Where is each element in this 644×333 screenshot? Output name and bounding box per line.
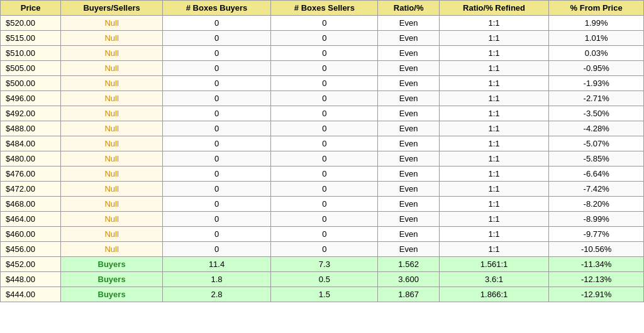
table-row: $456.00Null00Even1:1-10.56% xyxy=(1,242,644,257)
cell-boxes-sellers: 7.3 xyxy=(271,257,378,272)
cell-ratio-refined: 1:1 xyxy=(439,61,549,76)
cell-boxes-sellers: 0.5 xyxy=(271,272,378,287)
cell-ratio: Even xyxy=(378,121,439,136)
cell-boxes-buyers: 0 xyxy=(162,136,270,151)
cell-price: $452.00 xyxy=(1,257,61,272)
cell-price: $444.00 xyxy=(1,287,61,302)
table-row: $476.00Null00Even1:1-6.64% xyxy=(1,166,644,182)
cell-ratio-refined: 1:1 xyxy=(439,227,549,242)
cell-boxes-buyers: 0 xyxy=(162,31,270,46)
cell-boxes-sellers: 0 xyxy=(271,91,378,106)
cell-from-price: -8.20% xyxy=(549,197,644,212)
cell-ratio: Even xyxy=(378,151,439,166)
cell-price: $472.00 xyxy=(1,182,61,197)
cell-ratio: Even xyxy=(378,76,439,91)
cell-ratio: 3.600 xyxy=(378,272,439,287)
table-row: $505.00Null00Even1:1-0.95% xyxy=(1,61,644,76)
table-row: $464.00Null00Even1:1-8.99% xyxy=(1,212,644,227)
cell-price: $488.00 xyxy=(1,121,61,136)
cell-boxes-sellers: 0 xyxy=(271,136,378,151)
table-row: $496.00Null00Even1:1-2.71% xyxy=(1,91,644,106)
cell-price: $515.00 xyxy=(1,31,61,46)
cell-ratio: Even xyxy=(378,16,439,31)
cell-from-price: -2.71% xyxy=(549,91,644,106)
table-row: $520.00Null00Even1:11.99% xyxy=(1,16,644,31)
cell-boxes-buyers: 0 xyxy=(162,61,270,76)
cell-price: $520.00 xyxy=(1,16,61,31)
table-row: $500.00Null00Even1:1-1.93% xyxy=(1,76,644,91)
table-row: $510.00Null00Even1:10.03% xyxy=(1,46,644,61)
cell-buyers-sellers: Null xyxy=(61,166,163,182)
cell-boxes-buyers: 0 xyxy=(162,76,270,91)
table-row: $515.00Null00Even1:11.01% xyxy=(1,31,644,46)
cell-buyers-sellers: Null xyxy=(61,212,163,227)
cell-from-price: -12.13% xyxy=(549,272,644,287)
cell-buyers-sellers: Null xyxy=(61,91,163,106)
cell-buyers-sellers: Null xyxy=(61,31,163,46)
cell-from-price: -5.85% xyxy=(549,151,644,166)
cell-boxes-sellers: 0 xyxy=(271,121,378,136)
cell-ratio-refined: 1:1 xyxy=(439,166,549,182)
cell-boxes-buyers: 1.8 xyxy=(162,272,270,287)
cell-boxes-buyers: 2.8 xyxy=(162,287,270,302)
cell-boxes-sellers: 1.5 xyxy=(271,287,378,302)
cell-boxes-sellers: 0 xyxy=(271,212,378,227)
cell-boxes-sellers: 0 xyxy=(271,16,378,31)
cell-ratio-refined: 1:1 xyxy=(439,76,549,91)
cell-from-price: -4.28% xyxy=(549,121,644,136)
cell-from-price: -12.91% xyxy=(549,287,644,302)
cell-ratio: Even xyxy=(378,136,439,151)
table-row: $444.00Buyers2.81.51.8671.866:1-12.91% xyxy=(1,287,644,302)
cell-ratio: Even xyxy=(378,46,439,61)
cell-boxes-buyers: 0 xyxy=(162,182,270,197)
cell-from-price: 0.03% xyxy=(549,46,644,61)
cell-from-price: -0.95% xyxy=(549,61,644,76)
cell-boxes-sellers: 0 xyxy=(271,227,378,242)
cell-boxes-buyers: 0 xyxy=(162,16,270,31)
cell-price: $484.00 xyxy=(1,136,61,151)
cell-from-price: -11.34% xyxy=(549,257,644,272)
table-row: $492.00Null00Even1:1-3.50% xyxy=(1,106,644,121)
price-table: Price Buyers/Sellers # Boxes Buyers # Bo… xyxy=(0,0,644,302)
cell-ratio-refined: 3.6:1 xyxy=(439,272,549,287)
cell-from-price: -3.50% xyxy=(549,106,644,121)
table-row: $472.00Null00Even1:1-7.42% xyxy=(1,182,644,197)
cell-buyers-sellers: Null xyxy=(61,76,163,91)
cell-ratio: Even xyxy=(378,106,439,121)
table-row: $452.00Buyers11.47.31.5621.561:1-11.34% xyxy=(1,257,644,272)
cell-boxes-sellers: 0 xyxy=(271,76,378,91)
cell-buyers-sellers: Buyers xyxy=(61,272,163,287)
col-header-from-price: % From Price xyxy=(549,1,644,16)
cell-boxes-buyers: 0 xyxy=(162,227,270,242)
cell-ratio: Even xyxy=(378,31,439,46)
cell-buyers-sellers: Null xyxy=(61,106,163,121)
cell-buyers-sellers: Null xyxy=(61,16,163,31)
cell-ratio-refined: 1:1 xyxy=(439,106,549,121)
cell-price: $496.00 xyxy=(1,91,61,106)
cell-ratio-refined: 1:1 xyxy=(439,197,549,212)
cell-price: $476.00 xyxy=(1,166,61,182)
cell-boxes-buyers: 0 xyxy=(162,151,270,166)
cell-boxes-sellers: 0 xyxy=(271,151,378,166)
col-header-ratio-refined: Ratio/% Refined xyxy=(439,1,549,16)
cell-boxes-buyers: 0 xyxy=(162,166,270,182)
col-header-ratio: Ratio/% xyxy=(378,1,439,16)
cell-boxes-sellers: 0 xyxy=(271,31,378,46)
cell-ratio: Even xyxy=(378,227,439,242)
cell-price: $480.00 xyxy=(1,151,61,166)
cell-buyers-sellers: Buyers xyxy=(61,287,163,302)
cell-price: $505.00 xyxy=(1,61,61,76)
col-header-buyers-sellers: Buyers/Sellers xyxy=(61,1,163,16)
cell-ratio-refined: 1:1 xyxy=(439,16,549,31)
cell-boxes-sellers: 0 xyxy=(271,182,378,197)
cell-ratio-refined: 1:1 xyxy=(439,212,549,227)
cell-price: $464.00 xyxy=(1,212,61,227)
cell-ratio-refined: 1:1 xyxy=(439,182,549,197)
cell-boxes-sellers: 0 xyxy=(271,106,378,121)
cell-from-price: -8.99% xyxy=(549,212,644,227)
cell-price: $492.00 xyxy=(1,106,61,121)
cell-ratio: Even xyxy=(378,197,439,212)
cell-from-price: 1.99% xyxy=(549,16,644,31)
cell-boxes-sellers: 0 xyxy=(271,166,378,182)
cell-buyers-sellers: Null xyxy=(61,197,163,212)
